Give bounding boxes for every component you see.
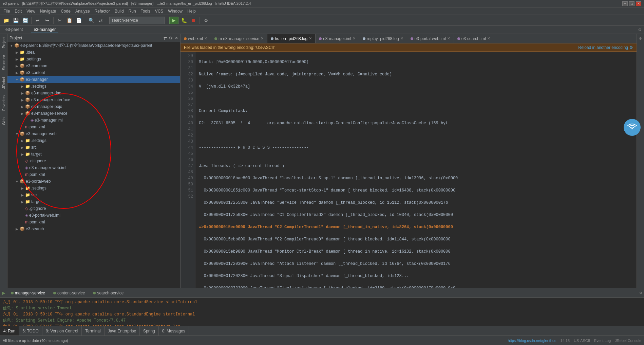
project-tab-e3parent[interactable]: e3-parent	[3, 26, 25, 33]
sidebar-web-label[interactable]: Web	[2, 117, 6, 125]
bottom-tab-javaee[interactable]: Java Enterprise	[105, 326, 140, 335]
run-tab-content[interactable]: content-service	[51, 290, 88, 296]
run-output[interactable]: 六月 01, 2018 9:59:10 下午 org.apache.catali…	[0, 298, 644, 326]
menu-item-view[interactable]: View	[24, 8, 37, 14]
menu-item-navigate[interactable]: Navigate	[38, 8, 58, 14]
tree-item-e3managerpojo[interactable]: ▶ 📦 e3-manager-pojo	[7, 103, 180, 110]
toolbar-find-btn[interactable]: 🔍	[87, 16, 95, 24]
bottom-tab-spring[interactable]: Spring	[140, 326, 159, 335]
tree-root[interactable]: ▼ 📦 e3-parent E:\编程学习区\工作空间\IdeaWorkplac…	[7, 42, 180, 49]
tree-item-e3managerinterface[interactable]: ▶ 📦 e3-manager-interface	[7, 96, 180, 103]
status-event-log[interactable]: Event Log	[594, 339, 611, 343]
tree-item-e3pw-src[interactable]: ▶ 📁 src	[7, 192, 180, 198]
tab-hserrpid268[interactable]: hs_err_pid268.log ✕	[267, 34, 316, 43]
tab-replay-close[interactable]: ✕	[400, 36, 403, 41]
file-tree-close-icon[interactable]: ✕	[175, 36, 178, 40]
tab-e3miml-close[interactable]: ✕	[353, 36, 356, 41]
menu-item-tools[interactable]: Tools	[139, 8, 152, 14]
project-settings-icon[interactable]: ⚙	[639, 27, 641, 33]
menu-item-help[interactable]: Help	[185, 8, 198, 14]
tab-e3pwiml-close[interactable]: ✕	[447, 36, 450, 41]
tree-item-e3pw-git[interactable]: ▶ ◇ .gitignore	[7, 205, 180, 212]
run-settings-icon[interactable]: ⚙	[640, 290, 642, 295]
tree-item-e3manager-settings[interactable]: ▶ 📁 .settings	[7, 83, 180, 90]
bottom-tab-terminal[interactable]: Terminal	[82, 326, 104, 335]
tab-e3searchiml[interactable]: e3-search.iml ✕	[454, 34, 494, 43]
toolbar-save-btn[interactable]: 💾	[12, 16, 20, 24]
tree-item-e3mweb-settings[interactable]: ▶ 📁 .settings	[7, 137, 180, 144]
toolbar-open-btn[interactable]: 📁	[2, 16, 10, 24]
toolbar-replace-btn[interactable]: ⇄	[97, 16, 105, 24]
tree-item-settings[interactable]: ▶ 📁 .settings	[7, 56, 180, 62]
bottom-tab-todo[interactable]: 6: TODO	[19, 326, 42, 335]
tree-item-e3manager[interactable]: ▼ 📦 e3-manager	[7, 76, 180, 83]
menu-item-vcs[interactable]: VCS	[153, 8, 166, 14]
menu-item-run[interactable]: Run	[127, 8, 138, 14]
maximize-button[interactable]: □	[629, 1, 634, 6]
status-url-link[interactable]: https://blog.csdn.net/glenthos	[508, 339, 556, 343]
tab-webxml[interactable]: web.xml ✕	[181, 34, 211, 43]
run-button[interactable]: ▶	[169, 17, 178, 24]
tree-item-e3managerservice[interactable]: ▶ 📦 e3-manager-service	[7, 110, 180, 117]
menu-item-edit[interactable]: Edit	[13, 8, 24, 14]
sidebar-jrebel-label[interactable]: JRebel	[2, 77, 6, 89]
menu-item-code[interactable]: Code	[59, 8, 73, 14]
tree-item-e3mweb-src[interactable]: ▶ 📁 src	[7, 144, 180, 151]
tab-e3ms-close[interactable]: ✕	[261, 36, 264, 41]
tree-item-e3content[interactable]: ▶ 📦 e3-content	[7, 69, 180, 76]
toolbar-refresh-btn[interactable]: 🔄	[21, 16, 29, 24]
tree-item-e3pw-target[interactable]: ▶ 📁 target	[7, 198, 180, 205]
toolbar-paste-btn[interactable]: 📄	[75, 16, 83, 24]
menu-item-analyze[interactable]: Analyze	[73, 8, 92, 14]
menu-item-file[interactable]: File	[1, 8, 12, 14]
tree-item-idea[interactable]: ▶ 📁 .idea	[7, 49, 180, 56]
status-encoding[interactable]: US-ASCII	[574, 339, 590, 343]
search-input[interactable]	[109, 17, 165, 24]
run-tab-manager[interactable]: manager-service	[8, 290, 48, 296]
debug-button[interactable]: 🐛	[180, 16, 188, 24]
bottom-tab-run[interactable]: 4: Run	[0, 326, 19, 335]
status-jrebel[interactable]: JRebel Console	[615, 339, 641, 343]
run-tab-search[interactable]: search-service	[90, 290, 126, 296]
tree-item-e3mweb-iml[interactable]: ▶ ◈ e3-manager-web.iml	[7, 164, 180, 171]
tree-item-e3portalweb[interactable]: ▼ 📦 e3-portal-web	[7, 178, 180, 185]
menu-item-window[interactable]: Window	[166, 8, 185, 14]
tab-e3manageriml[interactable]: e3-manager.iml ✕	[316, 34, 359, 43]
tree-item-e3managerdao[interactable]: ▶ 📦 e3-manager-dao	[7, 90, 180, 96]
settings-gear-icon[interactable]: ⚙	[629, 45, 633, 50]
sidebar-structure-label[interactable]: Structure	[2, 55, 6, 70]
toolbar-copy-btn[interactable]: 📋	[65, 16, 73, 24]
tree-item-e3managerweb[interactable]: ▼ 📦 e3-manager-web	[7, 130, 180, 137]
settings-button[interactable]: ⚙	[202, 16, 210, 24]
bottom-tab-vc[interactable]: 9: Version Control	[42, 326, 82, 335]
sidebar-favorites-label[interactable]: Favorites	[2, 95, 6, 111]
tree-item-pom3[interactable]: ▶ m pom.xml	[7, 219, 180, 225]
file-tree-settings-icon[interactable]: ⚙	[169, 36, 173, 40]
tree-item-e3pw-settings[interactable]: ▶ 📁 .settings	[7, 185, 180, 192]
close-button[interactable]: ✕	[636, 1, 641, 6]
code-content[interactable]: Stack: [0x00000000179c0000,0x000000017ac…	[195, 52, 637, 288]
tab-replaypid268[interactable]: replay_pid268.log ✕	[359, 34, 407, 43]
minimize-button[interactable]: ─	[622, 1, 628, 6]
toolbar-redo-btn[interactable]: ↪	[43, 16, 51, 24]
tab-hserr-close[interactable]: ✕	[309, 36, 312, 41]
wifi-float-button[interactable]	[624, 119, 641, 136]
stop-button[interactable]: ⏹	[189, 16, 197, 24]
tree-item-e3pw-iml[interactable]: ▶ ◈ e3-portal-web.iml	[7, 212, 180, 219]
tree-item-e3mweb-target[interactable]: ▶ 📁 target	[7, 151, 180, 158]
project-tab-e3manager[interactable]: e3-manager	[31, 26, 58, 33]
menu-item-refactor[interactable]: Refactor	[93, 8, 112, 14]
tab-webxml-close[interactable]: ✕	[204, 36, 207, 41]
file-tree-sync-icon[interactable]: ⇄	[164, 36, 167, 40]
toolbar-undo-btn[interactable]: ↩	[34, 16, 42, 24]
tree-item-e3mweb-git[interactable]: ▶ ◇ .gitignore	[7, 158, 180, 164]
tree-item-e3search[interactable]: ▶ 📦 e3-search	[7, 225, 180, 232]
sidebar-project-label[interactable]: Project	[2, 37, 6, 48]
bottom-tab-messages[interactable]: 0: Messages	[159, 326, 189, 335]
tree-item-pom2[interactable]: ▶ m pom.xml	[7, 171, 180, 178]
tab-e3portalwebiml[interactable]: e3-portal-web.iml ✕	[407, 34, 454, 43]
menu-item-build[interactable]: Build	[113, 8, 126, 14]
reload-encoding-button[interactable]: Reload in another encoding ⚙	[578, 45, 633, 50]
tree-item-pom1[interactable]: ▶ m pom.xml	[7, 124, 180, 130]
tree-item-e3common[interactable]: ▶ 📦 e3-common	[7, 62, 180, 69]
